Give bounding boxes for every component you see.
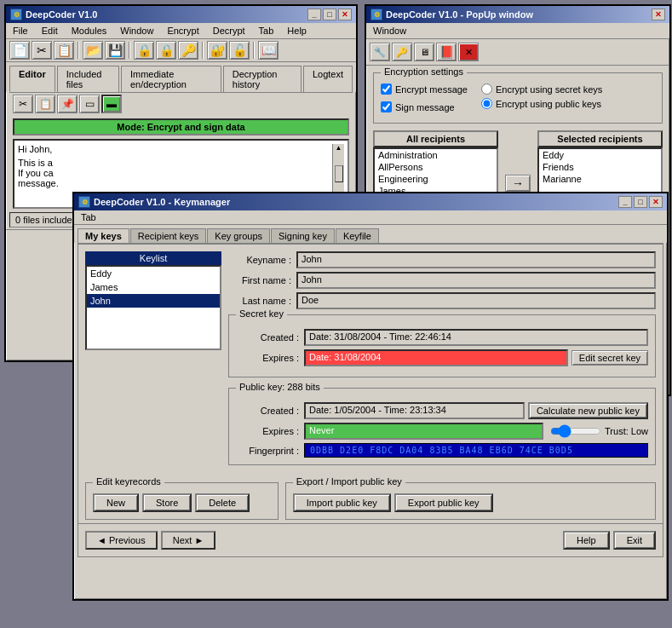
keyname-value[interactable]: John xyxy=(296,251,656,268)
tab-logtext[interactable]: Logtext xyxy=(303,66,353,92)
tool-rect[interactable]: ▭ xyxy=(79,95,100,113)
tab-immediate[interactable]: Immediate en/decryption xyxy=(121,66,221,92)
popup-tool-book[interactable]: 📕 xyxy=(436,43,457,61)
tool-cut2[interactable]: ✂ xyxy=(13,95,33,113)
delete-key-button[interactable]: Delete xyxy=(195,493,250,512)
key-james[interactable]: James xyxy=(87,280,220,294)
tool-star[interactable]: 📖 xyxy=(258,41,279,60)
km-tab-keygroups[interactable]: Key groups xyxy=(207,228,270,243)
scroll-up-arrow[interactable]: ▲ xyxy=(336,144,342,152)
help-button[interactable]: Help xyxy=(563,531,610,550)
tool-new[interactable]: 📄 xyxy=(9,41,30,60)
km-minimize-button[interactable]: _ xyxy=(618,196,632,208)
store-key-button[interactable]: Store xyxy=(142,493,192,512)
km-tab-signingkey[interactable]: Signing key xyxy=(271,228,335,243)
keymanager-content: Keylist Eddy James John Keyname : John F… xyxy=(78,244,663,472)
encrypt-message-label: Encrypt message xyxy=(395,84,468,95)
trust-slider[interactable] xyxy=(550,424,601,438)
encryption-settings-label: Encryption settings xyxy=(381,66,467,77)
recipient-allpersons[interactable]: AllPersons xyxy=(375,161,497,173)
selected-recipients-header: Selected recipients xyxy=(537,130,663,147)
tool-scissors[interactable]: ✂ xyxy=(32,41,52,60)
menu-modules[interactable]: Modules xyxy=(68,25,111,37)
tool-copy[interactable]: 📋 xyxy=(54,41,74,60)
recipient-administration[interactable]: Administration xyxy=(375,149,497,161)
encrypt-message-checkbox[interactable] xyxy=(381,84,392,95)
key-list-header: Keylist xyxy=(85,251,221,265)
tab-included-files[interactable]: Included files xyxy=(57,66,119,92)
toolbar-separator-2 xyxy=(129,42,130,59)
selected-eddy[interactable]: Eddy xyxy=(539,149,661,161)
km-tab-keyfile[interactable]: Keyfile xyxy=(336,228,379,243)
km-tab-label: Tab xyxy=(74,210,667,225)
tool-open[interactable]: 📂 xyxy=(83,41,103,60)
tool-lock2[interactable]: 🔒 xyxy=(156,41,176,60)
mode-status-bar: Mode: Encrypt and sign data xyxy=(13,118,349,135)
pub-expires-value: Never xyxy=(304,423,543,440)
tool-fill[interactable]: ▬ xyxy=(101,95,122,113)
key-list[interactable]: Eddy James John xyxy=(85,265,221,350)
recipient-engineering[interactable]: Engineering xyxy=(375,173,497,185)
import-public-key-button[interactable]: Import public key xyxy=(293,493,391,512)
tool-unlock[interactable]: 🔓 xyxy=(229,41,250,60)
menu-decrypt[interactable]: Decrypt xyxy=(210,25,249,37)
key-john[interactable]: John xyxy=(87,294,220,308)
tool-lock1[interactable]: 🔒 xyxy=(134,41,154,60)
km-close-button[interactable]: ✕ xyxy=(649,196,663,208)
main-title-bar: ⚙ DeepCoder V1.0 _ □ ✕ xyxy=(6,6,356,23)
public-key-label: Public key: 288 bits xyxy=(236,382,324,392)
trust-label: Trust: Low xyxy=(605,426,648,436)
keymanager-window: ⚙ DeepCoder V1.0 - Keymanager _ □ ✕ Tab … xyxy=(72,192,669,601)
edit-secret-key-button[interactable]: Edit secret key xyxy=(571,350,648,366)
minimize-button[interactable]: _ xyxy=(307,9,321,20)
selected-friends[interactable]: Friends xyxy=(539,161,661,173)
public-key-section: Public key: 288 bits Created : Date: 1/0… xyxy=(228,388,656,465)
lastname-value[interactable]: Doe xyxy=(296,292,656,309)
km-maximize-button[interactable]: □ xyxy=(634,196,647,208)
transfer-right-button[interactable]: → xyxy=(505,175,531,192)
close-button[interactable]: ✕ xyxy=(338,9,352,20)
sign-message-checkbox[interactable] xyxy=(381,101,392,112)
tab-editor[interactable]: Editor xyxy=(9,66,55,92)
selected-marianne[interactable]: Marianne xyxy=(539,173,661,185)
new-key-button[interactable]: New xyxy=(93,493,139,512)
fingerprint-label: Fingerprint : xyxy=(236,446,304,456)
scroll-thumb[interactable] xyxy=(335,165,343,182)
tool-lock3[interactable]: 🔐 xyxy=(207,41,227,60)
next-key-button[interactable]: Next ► xyxy=(161,531,216,550)
menu-help[interactable]: Help xyxy=(284,25,310,37)
sign-message-label: Sign message xyxy=(395,102,455,112)
encryption-settings-box: Encryption settings Encrypt message Sign… xyxy=(373,72,663,124)
maximize-button[interactable]: □ xyxy=(323,9,336,20)
editor-text: Hi John, xyxy=(18,144,332,154)
tool-paste2[interactable]: 📌 xyxy=(57,95,78,113)
key-eddy[interactable]: Eddy xyxy=(87,267,220,280)
popup-close-button[interactable]: ✕ xyxy=(652,9,665,20)
exit-button[interactable]: Exit xyxy=(613,531,656,550)
km-tab-recipientkeys[interactable]: Recipient keys xyxy=(130,228,207,243)
calculate-new-public-key-button[interactable]: Calculate new public key xyxy=(528,402,648,419)
encrypt-secret-label: Encrypt using secret keys xyxy=(496,84,602,95)
menu-file[interactable]: File xyxy=(9,25,32,37)
popup-tool-wrench[interactable]: 🔧 xyxy=(370,43,390,61)
km-tab-mykeys[interactable]: My keys xyxy=(78,228,129,243)
menu-encrypt[interactable]: Encrypt xyxy=(164,25,202,37)
popup-tool-screen[interactable]: 🖥 xyxy=(414,43,434,61)
firstname-value[interactable]: John xyxy=(296,272,656,289)
popup-tool-key[interactable]: 🔑 xyxy=(392,43,412,61)
popup-menu-window[interactable]: Window xyxy=(370,25,410,37)
menu-window[interactable]: Window xyxy=(117,25,157,37)
tab-decryption-history[interactable]: Decryption history xyxy=(223,66,302,92)
encrypt-secret-radio[interactable] xyxy=(481,84,492,95)
encrypt-public-radio[interactable] xyxy=(481,98,492,109)
export-public-key-button[interactable]: Export public key xyxy=(394,493,493,512)
previous-key-button[interactable]: ◄ Previous xyxy=(85,531,158,550)
key-list-panel: Keylist Eddy James John xyxy=(85,251,221,465)
popup-tool-close[interactable]: ✕ xyxy=(458,43,479,61)
menu-tab[interactable]: Tab xyxy=(256,25,278,37)
menu-edit[interactable]: Edit xyxy=(38,25,61,37)
tool-copy2[interactable]: 📋 xyxy=(35,95,55,113)
tool-save[interactable]: 💾 xyxy=(105,41,125,60)
tool-key[interactable]: 🔑 xyxy=(178,41,198,60)
toolbar-separator-4 xyxy=(253,42,255,59)
